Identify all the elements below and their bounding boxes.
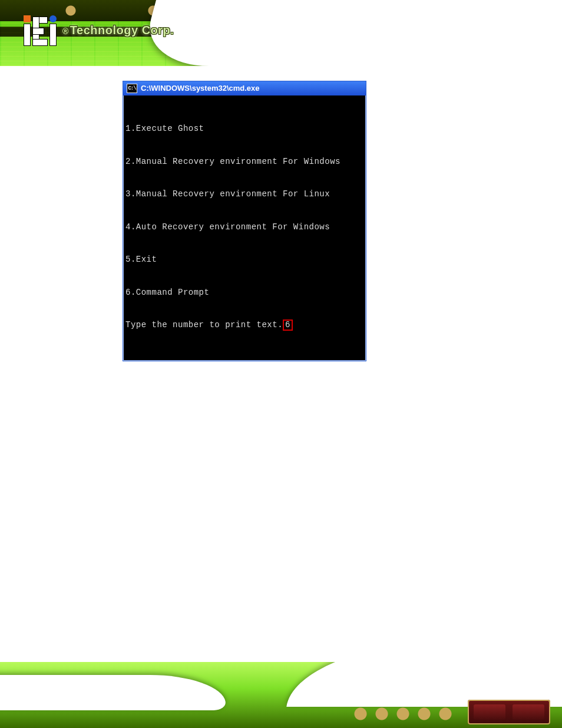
brand-logo-mark — [24, 15, 57, 45]
page-header-band: ®Technology Corp. — [0, 0, 562, 66]
cmd-titlebar-icon: C:\ — [127, 84, 137, 93]
cmd-window-title: C:\WINDOWS\system32\cmd.exe — [141, 84, 260, 93]
cmd-prompt-line: Type the number to print text. 6 — [125, 319, 362, 331]
menu-item-5: 5.Exit — [125, 254, 362, 265]
brand-text: ®Technology Corp. — [62, 24, 174, 37]
cmd-prompt-text: Type the number to print text. — [125, 319, 283, 331]
cmd-window: C:\ C:\WINDOWS\system32\cmd.exe 1.Execut… — [123, 81, 366, 361]
logo-bar-icon — [24, 24, 30, 45]
menu-item-6: 6.Command Prompt — [125, 287, 362, 298]
header-swoosh — [138, 0, 562, 66]
menu-item-2: 2.Manual Recovery environment For Window… — [125, 156, 362, 167]
logo-square-orange-icon — [24, 15, 31, 22]
cmd-body: 1.Execute Ghost 2.Manual Recovery enviro… — [123, 95, 366, 361]
logo-bar-icon — [50, 24, 56, 45]
footer-swoosh-left — [0, 675, 227, 710]
brand-name: Technology Corp. — [70, 24, 174, 37]
menu-item-4: 4.Auto Recovery environment For Windows — [125, 222, 362, 233]
menu-item-3: 3.Manual Recovery environment For Linux — [125, 189, 362, 200]
menu-item-1: 1.Execute Ghost — [125, 123, 362, 134]
registered-mark-icon: ® — [62, 27, 69, 36]
cmd-titlebar: C:\ C:\WINDOWS\system32\cmd.exe — [123, 81, 366, 95]
page-footer-band — [0, 662, 562, 728]
logo-dot-blue-icon — [49, 15, 57, 22]
logo-letter-e-icon — [33, 17, 47, 45]
footer-chips-icon — [468, 700, 550, 724]
footer-capacitors-icon — [353, 706, 459, 722]
brand-logo: ®Technology Corp. — [24, 15, 174, 45]
cmd-input-value[interactable]: 6 — [283, 319, 293, 331]
